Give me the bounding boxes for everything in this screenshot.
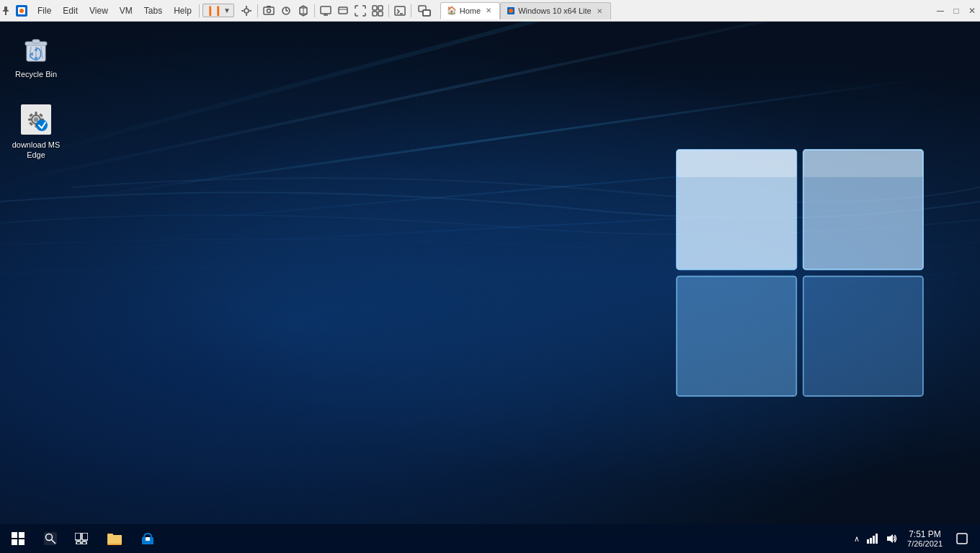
menu-edit[interactable]: Edit (57, 0, 84, 21)
snapshot-button[interactable] (278, 3, 294, 19)
svg-rect-22 (373, 6, 377, 10)
window-maximize[interactable]: □ (948, 3, 964, 19)
taskbar-right: ∧ 7:51 PM 7/26/2021 (851, 524, 980, 553)
guest-control-button[interactable] (414, 3, 435, 19)
speaker-icon (886, 534, 897, 544)
svg-rect-55 (12, 532, 17, 538)
recycle-bin-label: Recycle Bin (15, 69, 57, 79)
vbox-tab-icon (507, 6, 515, 15)
volume-icon[interactable] (883, 524, 900, 553)
tray-expand-button[interactable]: ∧ (851, 534, 863, 544)
svg-rect-76 (876, 534, 878, 544)
toolbar-separator-1 (199, 4, 200, 17)
menu-view[interactable]: View (84, 0, 114, 21)
svg-rect-8 (264, 7, 274, 14)
search-icon (44, 532, 57, 545)
taskbar-search-button[interactable] (36, 524, 65, 553)
svg-rect-23 (378, 6, 383, 10)
tab-home-close[interactable]: ✕ (484, 6, 494, 16)
svg-rect-1 (3, 10, 9, 12)
minimize-button[interactable] (335, 3, 351, 19)
screenshot-button[interactable] (261, 3, 277, 19)
pause-button[interactable]: ❙❙ ▼ (202, 4, 234, 17)
vbox-app-icon (14, 4, 29, 18)
toolbar-separator-2 (257, 4, 258, 17)
vbox-topbar: File Edit View VM Tabs Help ❙❙ ▼ (0, 0, 980, 22)
svg-rect-75 (873, 536, 875, 544)
start-button[interactable] (0, 524, 36, 553)
windows-logo (663, 136, 937, 410)
svg-rect-72 (146, 537, 150, 541)
menu-help[interactable]: Help (168, 0, 197, 21)
file-explorer-icon (107, 532, 122, 545)
svg-rect-73 (867, 539, 869, 544)
pause-dropdown[interactable]: ▼ (223, 6, 231, 14)
discard-button[interactable] (295, 3, 311, 19)
svg-point-9 (267, 9, 270, 12)
taskbar: ∧ 7:51 PM 7/26/2021 (0, 524, 980, 553)
svg-rect-10 (267, 6, 271, 7)
clock-date: 7/26/2021 (907, 539, 943, 548)
window-controls: ─ □ ✕ (932, 3, 980, 19)
vbox-toolbar (236, 3, 437, 19)
store-button[interactable] (131, 524, 164, 553)
normal-screen-button[interactable] (318, 3, 334, 19)
network-status-icon (867, 534, 878, 544)
system-clock[interactable]: 7:51 PM 7/26/2021 (901, 524, 948, 553)
notification-icon (956, 533, 968, 544)
tab-home[interactable]: 🏠 Home ✕ (440, 2, 500, 19)
svg-point-45 (34, 117, 38, 122)
seamless-button[interactable] (370, 3, 386, 19)
console-button[interactable] (392, 3, 408, 19)
svg-rect-20 (339, 7, 347, 14)
toolbar-separator-4 (388, 4, 389, 17)
svg-rect-70 (107, 535, 122, 544)
recycle-bin-icon[interactable]: Recycle Bin (7, 29, 65, 82)
svg-rect-7 (249, 10, 251, 12)
recycle-bin-image (19, 32, 53, 66)
svg-rect-2 (5, 12, 6, 15)
tab-win10[interactable]: Windows 10 x64 Lite ✕ (500, 2, 611, 19)
svg-rect-39 (32, 40, 40, 43)
svg-point-54 (36, 120, 48, 131)
svg-rect-35 (677, 150, 796, 177)
toolbar-separator-5 (411, 4, 411, 17)
svg-rect-65 (82, 541, 86, 544)
svg-rect-58 (19, 539, 24, 545)
file-explorer-button[interactable] (98, 524, 131, 553)
fullscreen-button[interactable] (352, 3, 368, 19)
pin-icon (0, 5, 12, 17)
menu-file[interactable]: File (32, 0, 57, 21)
svg-rect-74 (870, 538, 872, 544)
svg-point-3 (244, 9, 249, 13)
svg-rect-6 (241, 10, 244, 12)
window-minimize[interactable]: ─ (932, 3, 948, 19)
svg-rect-25 (378, 12, 383, 16)
tab-win10-close[interactable]: ✕ (594, 6, 605, 16)
svg-rect-5 (246, 14, 247, 16)
menu-tabs[interactable]: Tabs (138, 0, 168, 21)
settings-button[interactable] (239, 3, 254, 19)
window-close[interactable]: ✕ (964, 3, 980, 19)
svg-rect-24 (373, 12, 377, 16)
svg-rect-33 (677, 276, 796, 396)
desktop: Recycle Bin (0, 22, 980, 524)
svg-rect-17 (321, 6, 331, 14)
network-icon[interactable] (864, 524, 881, 553)
svg-rect-36 (803, 150, 923, 177)
notification-center-button[interactable] (950, 524, 974, 553)
svg-rect-56 (19, 532, 24, 538)
ms-edge-label: download MS Edge (10, 140, 62, 161)
ms-edge-image (19, 102, 53, 137)
svg-rect-48 (28, 119, 32, 121)
clock-time: 7:51 PM (909, 529, 941, 539)
download-ms-edge-icon[interactable]: download MS Edge (7, 99, 65, 163)
task-view-button[interactable] (65, 524, 98, 553)
menu-vm[interactable]: VM (114, 0, 138, 21)
tab-area: 🏠 Home ✕ Windows 10 x64 Lite ✕ (440, 0, 611, 21)
task-view-icon (75, 533, 88, 544)
svg-rect-63 (82, 533, 88, 540)
svg-marker-77 (887, 534, 893, 543)
svg-rect-57 (12, 539, 17, 545)
home-icon: 🏠 (447, 6, 457, 15)
